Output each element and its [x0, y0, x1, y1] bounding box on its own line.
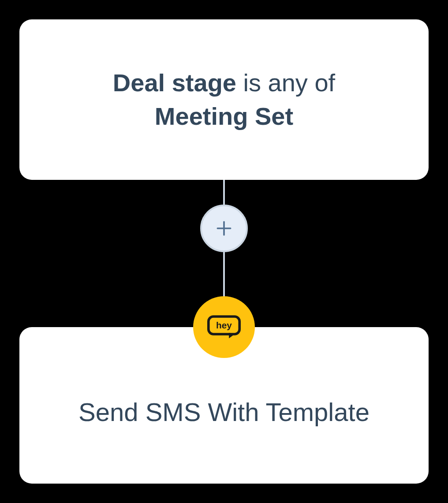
- trigger-value: Meeting Set: [155, 102, 293, 130]
- connector: hey: [193, 180, 255, 327]
- trigger-condition-text: Deal stage is any of Meeting Set: [113, 66, 335, 133]
- plus-icon: [214, 219, 234, 238]
- action-label: Send SMS With Template: [78, 397, 370, 427]
- hey-logo-icon: hey: [206, 314, 242, 340]
- connector-line: [223, 252, 225, 296]
- action-app-badge: hey: [193, 296, 255, 358]
- trigger-operator: is any of: [243, 69, 336, 97]
- add-step-button[interactable]: [200, 205, 248, 252]
- connector-line: [223, 180, 225, 205]
- trigger-property: Deal stage: [113, 69, 236, 97]
- trigger-card[interactable]: Deal stage is any of Meeting Set: [19, 19, 429, 180]
- svg-text:hey: hey: [216, 320, 232, 330]
